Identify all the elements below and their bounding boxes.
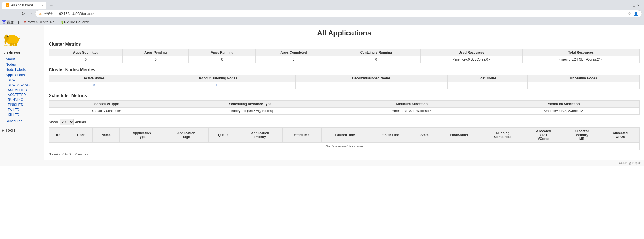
back-button[interactable]: ←	[2, 11, 9, 17]
col-min-allocation: Minimum Allocation	[336, 101, 488, 108]
submitted-link: SUBMITTED	[8, 88, 27, 92]
address-bar-row: ← → ↻ ⌂ ⚠ 不安全 | 192.168.1.6:8088/cluster…	[0, 9, 644, 19]
val-apps-submitted: 0	[49, 56, 123, 63]
cluster-metrics-title: Cluster Metrics	[49, 42, 640, 47]
val-apps-completed: 0	[256, 56, 332, 63]
sidebar-item-applications[interactable]: Applications	[2, 72, 42, 77]
col-running-containers: RunningContainers	[481, 128, 524, 143]
url-text: 192.168.1.6:8088/cluster	[57, 12, 94, 16]
sidebar-subitem-accepted[interactable]: ACCEPTED	[2, 92, 42, 97]
bookmark-star-icon[interactable]: ☆	[628, 12, 631, 16]
active-tab[interactable]: A All Applications ×	[2, 2, 46, 9]
address-bar[interactable]: ⚠ 不安全 | 192.168.1.6:8088/cluster ☆ 👤	[35, 10, 642, 17]
val-apps-running: 0	[189, 56, 256, 63]
col-active-nodes: Active Nodes	[49, 75, 139, 82]
window-controls: — □ ×	[627, 3, 642, 7]
val-lost-nodes[interactable]: 0	[448, 82, 527, 89]
bookmark-maven[interactable]: M Maven Central Re...	[24, 20, 57, 24]
val-decommissioning-nodes[interactable]: 0	[139, 82, 295, 89]
applications-table: ID ↓ User Name ApplicationType Applicati…	[49, 127, 640, 150]
scheduler-metrics-row: Capacity Scheduler [memory-mb (unit=Mi),…	[49, 108, 640, 115]
sidebar-item-about[interactable]: About	[2, 56, 42, 62]
cluster-metrics-row: 0 0 0 0 0 <memory:0 B, vCores:0> <memory…	[49, 56, 640, 63]
sidebar: hadoop ▼ Cluster About Nodes Node Labels…	[0, 25, 44, 160]
security-warning-icon: ⚠	[39, 12, 42, 15]
scheduler-metrics-title: Scheduler Metrics	[49, 93, 640, 98]
svg-text:hadoop: hadoop	[3, 44, 18, 46]
baidu-icon: 百	[2, 20, 6, 25]
val-containers-running: 0	[332, 56, 421, 63]
minimize-button[interactable]: —	[627, 3, 630, 7]
sidebar-item-scheduler[interactable]: Scheduler	[2, 118, 42, 124]
sidebar-subitem-submitted[interactable]: SUBMITTED	[2, 87, 42, 92]
tools-label: Tools	[6, 128, 15, 133]
col-apps-running: Apps Running	[189, 49, 256, 56]
col-launch-time: LaunchTime	[321, 128, 369, 143]
sidebar-cluster-section: ▼ Cluster About Nodes Node Labels Applic…	[0, 49, 44, 125]
applications-table-container: ID ↓ User Name ApplicationType Applicati…	[49, 127, 640, 150]
col-apps-pending: Apps Pending	[123, 49, 189, 56]
tab-close-button[interactable]: ×	[42, 4, 43, 7]
address-separator: |	[55, 12, 56, 16]
entries-select[interactable]: 10 20 50 100	[60, 119, 74, 125]
sidebar-subitem-finished[interactable]: FINISHED	[2, 102, 42, 107]
col-scheduler-type: Scheduler Type	[49, 101, 164, 108]
svg-point-5	[7, 36, 9, 37]
bookmarks-bar: 百 百度一下 M Maven Central Re... N NVIDIA Ge…	[0, 19, 644, 25]
val-total-resources: <memory:24 GB, vCores:24>	[522, 56, 639, 63]
footer-text: CSDN @铭德建	[619, 161, 641, 165]
running-link: RUNNING	[8, 98, 23, 102]
home-button[interactable]: ⌂	[28, 11, 33, 17]
scheduler-metrics-section: Scheduler Metrics Scheduler Type Schedul…	[49, 93, 640, 115]
showing-info: Showing 0 to 0 of 0 entries	[49, 152, 640, 156]
col-used-resources: Used Resources	[421, 49, 523, 56]
tools-group-header[interactable]: ▶ Tools	[0, 127, 44, 134]
bookmark-nvidia[interactable]: N NVIDIA GeForce...	[61, 20, 92, 24]
new-tab-button[interactable]: +	[48, 2, 55, 8]
val-scheduling-resource-type: [memory-mb (unit=Mi), vcores]	[164, 108, 336, 115]
col-decommissioned-nodes: Decommissioned Nodes	[295, 75, 448, 82]
bookmark-nvidia-label: NVIDIA GeForce...	[64, 20, 92, 24]
val-active-nodes[interactable]: 3	[49, 82, 139, 89]
tab-bar: A All Applications × + — □ ×	[0, 0, 644, 9]
cluster-nodes-section: Cluster Nodes Metrics Active Nodes Decom…	[49, 67, 640, 89]
val-unhealthy-nodes[interactable]: 0	[527, 82, 639, 89]
new-saving-link: NEW_SAVING	[8, 83, 30, 87]
cluster-nodes-row: 3 0 0 0 0	[49, 82, 640, 89]
sidebar-subitem-failed[interactable]: FAILED	[2, 107, 42, 112]
col-user: User	[69, 128, 92, 143]
security-label: 不安全	[43, 11, 53, 16]
sidebar-item-node-labels[interactable]: Node Labels	[2, 67, 42, 72]
sidebar-subitem-killed[interactable]: KILLED	[2, 112, 42, 117]
profile-icon[interactable]: 👤	[633, 12, 638, 16]
sidebar-subitem-running[interactable]: RUNNING	[2, 97, 42, 102]
page-title: All Applications	[49, 29, 640, 37]
col-max-allocation: Maximum Allocation	[488, 101, 639, 108]
about-link: About	[6, 57, 15, 61]
bookmark-baidu[interactable]: 百 百度一下	[2, 20, 20, 25]
col-application-tags: ApplicationTags	[164, 128, 209, 143]
sidebar-item-nodes[interactable]: Nodes	[2, 62, 42, 67]
reload-button[interactable]: ↻	[20, 11, 26, 17]
val-scheduler-type: Capacity Scheduler	[49, 108, 164, 115]
forward-button[interactable]: →	[11, 11, 18, 17]
val-used-resources: <memory:0 B, vCores:0>	[421, 56, 523, 63]
sidebar-subitem-new-saving[interactable]: NEW_SAVING	[2, 82, 42, 87]
col-state: State	[412, 128, 437, 143]
col-id[interactable]: ID ↓	[49, 128, 69, 143]
maximize-button[interactable]: □	[633, 3, 635, 7]
tab-favicon: A	[6, 3, 9, 7]
cluster-group-header[interactable]: ▼ Cluster	[2, 50, 42, 56]
show-label: Show	[49, 120, 58, 124]
sidebar-subitem-new[interactable]: NEW	[2, 77, 42, 82]
col-application-type: ApplicationType	[120, 128, 164, 143]
footer: CSDN @铭德建	[0, 160, 644, 166]
col-finish-time: FinishTime	[369, 128, 412, 143]
val-decommissioned-nodes[interactable]: 0	[295, 82, 448, 89]
val-max-allocation: <memory:8192, vCores:4>	[488, 108, 639, 115]
no-data-cell: No data available in table	[49, 143, 640, 150]
cluster-metrics-table: Apps Submitted Apps Pending Apps Running…	[49, 49, 640, 63]
svg-text:A: A	[7, 4, 8, 7]
close-button[interactable]: ×	[637, 3, 640, 7]
new-link: NEW	[8, 78, 15, 82]
